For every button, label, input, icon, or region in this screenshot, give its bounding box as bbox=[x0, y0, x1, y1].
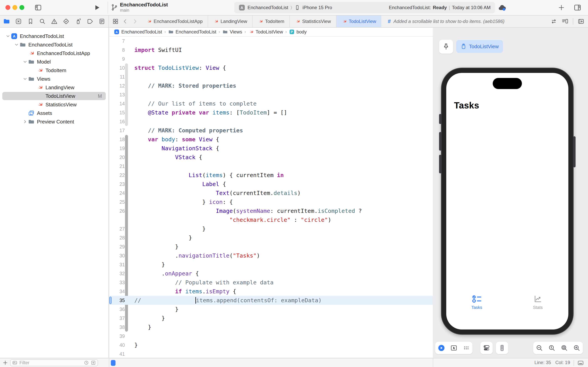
code-line-10[interactable]: 10struct TodoListView: View { bbox=[109, 63, 433, 72]
code-line-34[interactable]: 34if items.isEmpty { bbox=[109, 287, 433, 296]
last-commit-info[interactable]: # Added a scrollable list to show to-do … bbox=[388, 18, 504, 25]
sidebar-item-EnchancedTodoListApp[interactable]: EnchancedTodoListApp bbox=[0, 49, 109, 58]
code-line-22[interactable]: 22List(items) { currentItem in bbox=[109, 171, 433, 180]
disclosure-chevron-icon[interactable] bbox=[22, 76, 28, 82]
disclosure-chevron-icon[interactable] bbox=[22, 119, 28, 125]
add-toolbar-button[interactable] bbox=[558, 4, 565, 11]
zoom-to-fit-icon[interactable] bbox=[560, 344, 568, 352]
disclosure-chevron-icon[interactable] bbox=[14, 42, 19, 48]
editor-tab-LandingView[interactable]: LandingView bbox=[208, 16, 252, 27]
breadcrumb-item-EnchancedTodoList[interactable]: AEnchancedTodoList bbox=[114, 29, 162, 35]
sidebar-item-Assets[interactable]: Assets bbox=[0, 109, 109, 117]
code-line-16[interactable]: 16 bbox=[109, 117, 433, 126]
code-line-20[interactable]: 20VStack { bbox=[109, 153, 433, 162]
code-line-24[interactable]: 24Text(currentItem.details) bbox=[109, 189, 433, 198]
sidebar-item-TodoListView[interactable]: TodoListViewM bbox=[0, 92, 109, 100]
show-sourcecontrol-changes-icon[interactable] bbox=[91, 360, 96, 366]
go-forward-icon[interactable] bbox=[132, 18, 138, 25]
go-back-icon[interactable] bbox=[122, 18, 128, 25]
preview-device-button[interactable] bbox=[498, 344, 506, 352]
code-line-26[interactable]: 26Image(systemName: currentItem.isComple… bbox=[109, 206, 433, 215]
zoom-window-button[interactable] bbox=[19, 5, 24, 10]
sidebar-item-TodoItem[interactable]: TodoItem bbox=[0, 66, 109, 75]
sidebar-item-LandingView[interactable]: LandingView bbox=[0, 83, 109, 92]
zoom-in-icon[interactable] bbox=[573, 344, 581, 352]
code-line-41[interactable]: 41 bbox=[109, 350, 433, 358]
project-navigator-icon[interactable] bbox=[3, 18, 10, 25]
sidebar-item-Model[interactable]: Model bbox=[0, 58, 109, 66]
minimize-window-button[interactable] bbox=[12, 5, 17, 10]
debug-navigator-icon[interactable] bbox=[75, 18, 82, 25]
sidebar-item-EnchancedTodoList[interactable]: EnchancedTodoList bbox=[0, 41, 109, 49]
code-line-39[interactable]: 39 bbox=[109, 332, 433, 341]
editor-tab-TodoListView[interactable]: TodoListView bbox=[336, 16, 381, 27]
editor-tab-TodoItem[interactable]: TodoItem bbox=[252, 16, 290, 27]
sidebar-item-EnchancedTodoList[interactable]: AEnchancedTodoList bbox=[0, 32, 109, 41]
code-line-40[interactable]: 40} bbox=[109, 341, 433, 350]
code-line-19[interactable]: 19NavigationStack { bbox=[109, 144, 433, 153]
code-line-21[interactable]: 21 bbox=[109, 162, 433, 171]
breadcrumb-item-Views[interactable]: Views bbox=[222, 29, 242, 35]
code-editor[interactable]: 78import SwiftUI910struct TodoListView: … bbox=[109, 37, 433, 358]
test-navigator-icon[interactable] bbox=[63, 18, 70, 25]
selectable-mode-button[interactable] bbox=[450, 344, 458, 352]
breadcrumb-item-TodoListView[interactable]: TodoListView bbox=[248, 29, 283, 35]
code-line-8[interactable]: 8import SwiftUI bbox=[109, 45, 433, 54]
code-line-33[interactable]: 33// Populate with example data bbox=[109, 278, 433, 287]
disclosure-chevron-icon[interactable] bbox=[5, 33, 11, 39]
code-line-13[interactable]: 13 bbox=[109, 90, 433, 99]
breadcrumb-item-EnchancedTodoList[interactable]: EnchancedTodoList bbox=[168, 29, 216, 35]
code-line-38[interactable]: 38} bbox=[109, 323, 433, 332]
live-preview-button[interactable] bbox=[437, 344, 445, 352]
project-status-block[interactable]: EnchancedTodoList main bbox=[111, 2, 168, 13]
code-line-12[interactable]: 12// MARK: Stored properties bbox=[109, 81, 433, 90]
sidebar-item-Preview Content[interactable]: Preview Content bbox=[0, 117, 109, 126]
code-line-25[interactable]: 25} icon: { bbox=[109, 198, 433, 206]
code-line-9[interactable]: 9 bbox=[109, 54, 433, 63]
code-line-37[interactable]: 37} bbox=[109, 314, 433, 323]
code-line-18[interactable]: 18var body: some View { bbox=[109, 135, 433, 144]
code-line-wrap[interactable]: "checkmark.circle" : "circle") bbox=[109, 215, 433, 224]
zoom-out-icon[interactable] bbox=[536, 344, 543, 352]
activity-status-pill[interactable]: A EnchancedTodoList 〉 iPhone 15 Pro Ench… bbox=[234, 2, 495, 13]
code-line-32[interactable]: 32.onAppear { bbox=[109, 269, 433, 278]
recent-files-icon[interactable] bbox=[84, 360, 89, 366]
code-line-7[interactable]: 7 bbox=[109, 37, 433, 45]
code-line-27[interactable]: 27} bbox=[109, 224, 433, 233]
scheme-name[interactable]: EnchancedTodoList bbox=[248, 5, 288, 10]
code-line-28[interactable]: 28} bbox=[109, 233, 433, 242]
variants-grid-button[interactable] bbox=[462, 344, 470, 352]
code-line-36[interactable]: 36} bbox=[109, 305, 433, 314]
phone-screen[interactable]: Tasks TasksStats bbox=[446, 73, 568, 329]
issue-navigator-icon[interactable] bbox=[51, 18, 58, 25]
bookmark-navigator-icon[interactable] bbox=[27, 18, 34, 25]
code-line-31[interactable]: 31} bbox=[109, 260, 433, 269]
breakpoint-navigator-icon[interactable] bbox=[86, 18, 93, 25]
code-line-17[interactable]: 17// MARK: Computed properties bbox=[109, 126, 433, 135]
phone-tab-Tasks[interactable]: Tasks bbox=[446, 294, 507, 318]
code-line-30[interactable]: 30.navigationTitle("Tasks") bbox=[109, 251, 433, 260]
pin-preview-button[interactable] bbox=[439, 40, 453, 54]
source-control-navigator-icon[interactable] bbox=[15, 18, 22, 25]
sidebar-item-StatisticsView[interactable]: StatisticsView bbox=[0, 100, 109, 109]
cloud-sync-icon[interactable] bbox=[497, 3, 507, 12]
code-line-14[interactable]: 14// Our list of items to complete bbox=[109, 99, 433, 108]
filter-field[interactable] bbox=[10, 359, 98, 366]
report-navigator-icon[interactable] bbox=[98, 18, 105, 25]
code-line-29[interactable]: 29} bbox=[109, 242, 433, 251]
editor-options-icon[interactable] bbox=[562, 18, 569, 25]
disclosure-chevron-icon[interactable] bbox=[22, 59, 28, 65]
toggle-left-sidebar-icon[interactable] bbox=[34, 4, 42, 11]
preview-target-pill[interactable]: TodoListView bbox=[456, 40, 503, 53]
device-settings-icon[interactable] bbox=[483, 344, 490, 352]
add-file-button[interactable] bbox=[2, 360, 8, 366]
find-navigator-icon[interactable] bbox=[39, 18, 46, 25]
code-line-11[interactable]: 11 bbox=[109, 72, 433, 81]
sidebar-item-Views[interactable]: Views bbox=[0, 75, 109, 83]
run-button[interactable] bbox=[93, 4, 101, 11]
filter-input[interactable] bbox=[19, 360, 82, 366]
code-line-35[interactable]: 35// items.append(contentsOf: exampleDat… bbox=[109, 296, 433, 305]
phone-tab-Stats[interactable]: Stats bbox=[507, 294, 568, 318]
run-destination[interactable]: iPhone 15 Pro bbox=[302, 5, 332, 10]
editor-tab-StatisticsView[interactable]: StatisticsView bbox=[290, 16, 336, 27]
